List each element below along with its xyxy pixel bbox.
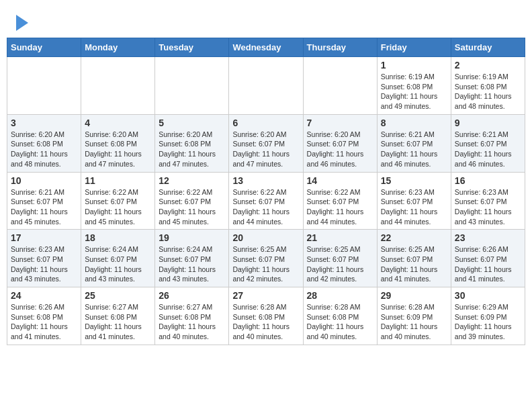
calendar-cell <box>81 57 155 115</box>
day-number: 22 <box>381 232 447 243</box>
calendar-cell: 17Sunrise: 6:23 AM Sunset: 6:07 PM Dayli… <box>7 230 81 287</box>
day-number: 21 <box>307 232 373 243</box>
calendar-cell: 7Sunrise: 6:20 AM Sunset: 6:07 PM Daylig… <box>303 114 377 172</box>
day-info: Sunrise: 6:20 AM Sunset: 6:08 PM Dayligh… <box>11 130 77 169</box>
page-header <box>7 7 525 34</box>
calendar-cell: 13Sunrise: 6:22 AM Sunset: 6:07 PM Dayli… <box>229 172 303 230</box>
day-number: 2 <box>455 60 521 71</box>
day-number: 14 <box>307 175 373 186</box>
day-info: Sunrise: 6:20 AM Sunset: 6:07 PM Dayligh… <box>307 130 373 169</box>
calendar-cell: 21Sunrise: 6:25 AM Sunset: 6:07 PM Dayli… <box>303 230 377 287</box>
day-number: 8 <box>381 118 447 128</box>
day-number: 15 <box>381 175 447 186</box>
day-info: Sunrise: 6:20 AM Sunset: 6:07 PM Dayligh… <box>232 130 299 169</box>
day-info: Sunrise: 6:22 AM Sunset: 6:07 PM Dayligh… <box>159 187 225 227</box>
day-info: Sunrise: 6:22 AM Sunset: 6:07 PM Dayligh… <box>85 187 151 227</box>
day-number: 16 <box>455 175 521 186</box>
day-number: 11 <box>85 175 151 186</box>
day-info: Sunrise: 6:19 AM Sunset: 6:08 PM Dayligh… <box>381 72 447 111</box>
calendar-cell: 8Sunrise: 6:21 AM Sunset: 6:07 PM Daylig… <box>377 114 451 172</box>
calendar-cell: 25Sunrise: 6:27 AM Sunset: 6:08 PM Dayli… <box>81 287 155 345</box>
day-number: 17 <box>11 232 77 243</box>
day-info: Sunrise: 6:27 AM Sunset: 6:08 PM Dayligh… <box>159 302 225 342</box>
calendar-cell: 26Sunrise: 6:27 AM Sunset: 6:08 PM Dayli… <box>155 287 229 345</box>
day-number: 20 <box>232 232 299 243</box>
day-info: Sunrise: 6:20 AM Sunset: 6:08 PM Dayligh… <box>159 130 225 169</box>
calendar-cell: 5Sunrise: 6:20 AM Sunset: 6:08 PM Daylig… <box>155 114 229 172</box>
calendar-cell: 3Sunrise: 6:20 AM Sunset: 6:08 PM Daylig… <box>7 114 81 172</box>
weekday-header-tuesday: Tuesday <box>155 38 229 57</box>
day-info: Sunrise: 6:28 AM Sunset: 6:08 PM Dayligh… <box>232 302 299 342</box>
day-number: 4 <box>85 118 151 128</box>
calendar-cell: 22Sunrise: 6:25 AM Sunset: 6:07 PM Dayli… <box>377 230 451 287</box>
day-info: Sunrise: 6:25 AM Sunset: 6:07 PM Dayligh… <box>307 244 373 284</box>
day-info: Sunrise: 6:27 AM Sunset: 6:08 PM Dayligh… <box>85 302 151 342</box>
day-info: Sunrise: 6:25 AM Sunset: 6:07 PM Dayligh… <box>381 244 447 284</box>
day-number: 27 <box>232 290 299 301</box>
day-number: 3 <box>11 118 77 128</box>
day-number: 18 <box>85 232 151 243</box>
calendar-cell <box>229 57 303 115</box>
day-info: Sunrise: 6:29 AM Sunset: 6:09 PM Dayligh… <box>455 302 521 342</box>
logo-arrow-icon <box>16 15 28 31</box>
calendar-cell: 1Sunrise: 6:19 AM Sunset: 6:08 PM Daylig… <box>377 57 451 115</box>
calendar-cell: 18Sunrise: 6:24 AM Sunset: 6:07 PM Dayli… <box>81 230 155 287</box>
calendar-cell: 19Sunrise: 6:24 AM Sunset: 6:07 PM Dayli… <box>155 230 229 287</box>
day-number: 26 <box>159 290 225 301</box>
day-number: 12 <box>159 175 225 186</box>
day-info: Sunrise: 6:23 AM Sunset: 6:07 PM Dayligh… <box>455 187 521 227</box>
day-info: Sunrise: 6:22 AM Sunset: 6:07 PM Dayligh… <box>232 187 299 227</box>
day-info: Sunrise: 6:24 AM Sunset: 6:07 PM Dayligh… <box>159 244 225 284</box>
calendar-cell: 28Sunrise: 6:28 AM Sunset: 6:08 PM Dayli… <box>303 287 377 345</box>
calendar-cell: 4Sunrise: 6:20 AM Sunset: 6:08 PM Daylig… <box>81 114 155 172</box>
day-info: Sunrise: 6:22 AM Sunset: 6:07 PM Dayligh… <box>307 187 373 227</box>
day-number: 13 <box>232 175 299 186</box>
day-info: Sunrise: 6:21 AM Sunset: 6:07 PM Dayligh… <box>455 130 521 169</box>
calendar-week-row: 10Sunrise: 6:21 AM Sunset: 6:07 PM Dayli… <box>7 172 525 230</box>
calendar-table: SundayMondayTuesdayWednesdayThursdayFrid… <box>7 38 525 345</box>
day-info: Sunrise: 6:25 AM Sunset: 6:07 PM Dayligh… <box>232 244 299 284</box>
calendar-cell: 27Sunrise: 6:28 AM Sunset: 6:08 PM Dayli… <box>229 287 303 345</box>
weekday-header-wednesday: Wednesday <box>229 38 303 57</box>
calendar-cell: 14Sunrise: 6:22 AM Sunset: 6:07 PM Dayli… <box>303 172 377 230</box>
calendar-cell: 2Sunrise: 6:19 AM Sunset: 6:08 PM Daylig… <box>451 57 525 115</box>
calendar-cell: 12Sunrise: 6:22 AM Sunset: 6:07 PM Dayli… <box>155 172 229 230</box>
calendar-cell: 29Sunrise: 6:28 AM Sunset: 6:09 PM Dayli… <box>377 287 451 345</box>
calendar-header-row: SundayMondayTuesdayWednesdayThursdayFrid… <box>7 38 525 57</box>
day-info: Sunrise: 6:24 AM Sunset: 6:07 PM Dayligh… <box>85 244 151 284</box>
day-info: Sunrise: 6:21 AM Sunset: 6:07 PM Dayligh… <box>11 187 77 227</box>
calendar-week-row: 1Sunrise: 6:19 AM Sunset: 6:08 PM Daylig… <box>7 57 525 115</box>
weekday-header-friday: Friday <box>377 38 451 57</box>
calendar-cell: 20Sunrise: 6:25 AM Sunset: 6:07 PM Dayli… <box>229 230 303 287</box>
day-number: 7 <box>307 118 373 128</box>
day-info: Sunrise: 6:28 AM Sunset: 6:08 PM Dayligh… <box>307 302 373 342</box>
calendar-cell: 15Sunrise: 6:23 AM Sunset: 6:07 PM Dayli… <box>377 172 451 230</box>
day-number: 30 <box>455 290 521 301</box>
logo <box>13 13 28 31</box>
day-number: 24 <box>11 290 77 301</box>
calendar-cell: 11Sunrise: 6:22 AM Sunset: 6:07 PM Dayli… <box>81 172 155 230</box>
calendar-cell: 9Sunrise: 6:21 AM Sunset: 6:07 PM Daylig… <box>451 114 525 172</box>
day-number: 9 <box>455 118 521 128</box>
weekday-header-sunday: Sunday <box>7 38 81 57</box>
day-info: Sunrise: 6:23 AM Sunset: 6:07 PM Dayligh… <box>11 244 77 284</box>
day-info: Sunrise: 6:23 AM Sunset: 6:07 PM Dayligh… <box>381 187 447 227</box>
day-info: Sunrise: 6:21 AM Sunset: 6:07 PM Dayligh… <box>381 130 447 169</box>
calendar-cell: 10Sunrise: 6:21 AM Sunset: 6:07 PM Dayli… <box>7 172 81 230</box>
weekday-header-saturday: Saturday <box>451 38 525 57</box>
day-info: Sunrise: 6:26 AM Sunset: 6:07 PM Dayligh… <box>455 244 521 284</box>
calendar-cell: 23Sunrise: 6:26 AM Sunset: 6:07 PM Dayli… <box>451 230 525 287</box>
day-number: 19 <box>159 232 225 243</box>
day-number: 10 <box>11 175 77 186</box>
calendar-cell: 30Sunrise: 6:29 AM Sunset: 6:09 PM Dayli… <box>451 287 525 345</box>
calendar-cell <box>155 57 229 115</box>
day-number: 6 <box>232 118 299 128</box>
day-number: 5 <box>159 118 225 128</box>
calendar-week-row: 24Sunrise: 6:26 AM Sunset: 6:08 PM Dayli… <box>7 287 525 345</box>
calendar-week-row: 17Sunrise: 6:23 AM Sunset: 6:07 PM Dayli… <box>7 230 525 287</box>
day-info: Sunrise: 6:28 AM Sunset: 6:09 PM Dayligh… <box>381 302 447 342</box>
calendar-cell: 24Sunrise: 6:26 AM Sunset: 6:08 PM Dayli… <box>7 287 81 345</box>
day-number: 25 <box>85 290 151 301</box>
calendar-cell <box>7 57 81 115</box>
weekday-header-thursday: Thursday <box>303 38 377 57</box>
